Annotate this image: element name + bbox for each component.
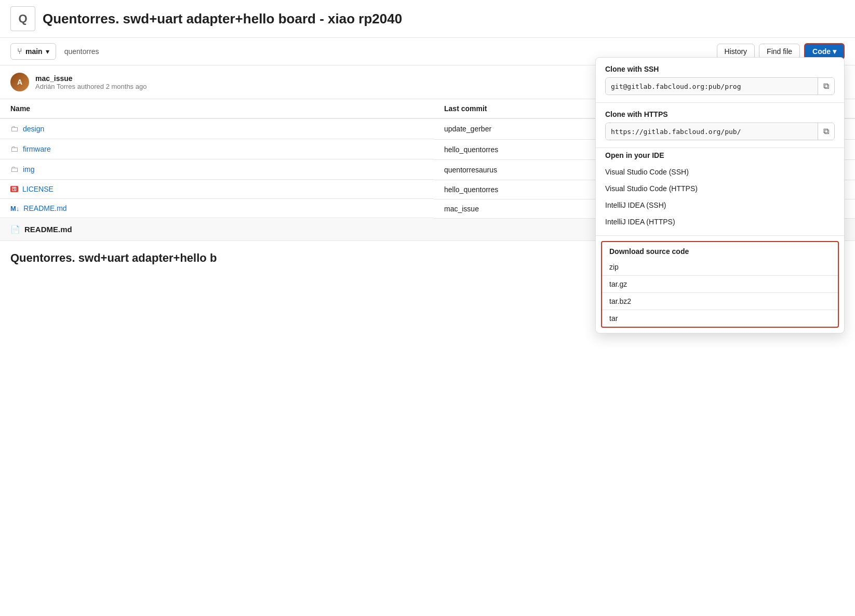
branch-icon: ⑂	[17, 47, 22, 56]
download-label: Download source code	[602, 242, 838, 259]
folder-icon: 🗀	[10, 124, 19, 133]
clone-https-row: https://gitlab.fabcloud.org/pub/ ⧉	[605, 123, 835, 140]
chevron-down-icon: ▾	[46, 47, 49, 56]
license-icon: ⚿	[10, 186, 18, 192]
clone-ssh-title: Clone with SSH	[605, 65, 835, 73]
download-wrapper: Download source code ziptar.gztar.bz2tar	[596, 236, 844, 275]
file-name-link[interactable]: LICENSE	[22, 185, 54, 193]
branch-selector[interactable]: ⑂ main ▾	[10, 43, 56, 60]
ide-options-list: Visual Studio Code (SSH)Visual Studio Co…	[605, 164, 835, 230]
folder-icon: 🗀	[10, 165, 19, 174]
commit-author: Adrián Torres	[35, 83, 75, 90]
copy-ssh-button[interactable]: ⧉	[818, 78, 834, 95]
branch-name: main	[25, 47, 43, 56]
clone-https-section: Clone with HTTPS https://gitlab.fabcloud…	[596, 103, 844, 148]
file-name-link[interactable]: design	[23, 125, 44, 133]
download-section: Download source code ziptar.gztar.bz2tar	[601, 241, 839, 275]
ide-option[interactable]: IntelliJ IDEA (HTTPS)	[605, 213, 835, 230]
page-title: Quentorres. swd+uart adapter+hello board…	[43, 11, 402, 27]
file-name-link[interactable]: img	[23, 165, 35, 173]
open-ide-title: Open in your IDE	[605, 151, 835, 159]
readme-file-icon: 📄	[10, 225, 20, 234]
clone-ssh-section: Clone with SSH git@gitlab.fabcloud.org:p…	[596, 58, 844, 102]
folder-icon: 🗀	[10, 144, 19, 154]
avatar: A	[10, 73, 29, 91]
download-options-list: ziptar.gztar.bz2tar	[602, 259, 838, 275]
commit-meta: Adrián Torres authored 2 months ago	[35, 83, 146, 90]
avatar-initials: A	[10, 73, 29, 91]
markdown-icon: M↓	[10, 205, 19, 212]
ide-section: Open in your IDE Visual Studio Code (SSH…	[596, 148, 844, 235]
breadcrumb-user: quentorres	[64, 47, 99, 56]
download-option[interactable]: zip	[602, 259, 838, 275]
logo: Q	[10, 6, 35, 31]
ide-option[interactable]: IntelliJ IDEA (SSH)	[605, 197, 835, 213]
clone-ssh-url: git@gitlab.fabcloud.org:pub/prog	[606, 79, 818, 94]
clone-https-url: https://gitlab.fabcloud.org/pub/	[606, 124, 818, 139]
ide-option[interactable]: Visual Studio Code (SSH)	[605, 164, 835, 180]
clone-ssh-row: git@gitlab.fabcloud.org:pub/prog ⧉	[605, 77, 835, 95]
commit-branch-name: mac_issue	[35, 74, 73, 83]
commit-time: authored 2 months ago	[77, 83, 147, 90]
clone-https-title: Clone with HTTPS	[605, 110, 835, 118]
page-header: Q Quentorres. swd+uart adapter+hello boa…	[0, 0, 855, 38]
ide-option[interactable]: Visual Studio Code (HTTPS)	[605, 180, 835, 197]
code-button-label: Code ▾	[812, 47, 836, 56]
commit-branch: mac_issue	[35, 74, 146, 83]
copy-https-button[interactable]: ⧉	[818, 123, 834, 140]
commit-details: mac_issue Adrián Torres authored 2 month…	[35, 74, 146, 90]
file-name-link[interactable]: firmware	[23, 145, 51, 153]
readme-section-label: README.md	[24, 225, 72, 234]
col-name: Name	[0, 99, 434, 118]
code-dropdown-panel: Clone with SSH git@gitlab.fabcloud.org:p…	[595, 57, 845, 275]
file-name-link[interactable]: README.md	[23, 204, 66, 212]
